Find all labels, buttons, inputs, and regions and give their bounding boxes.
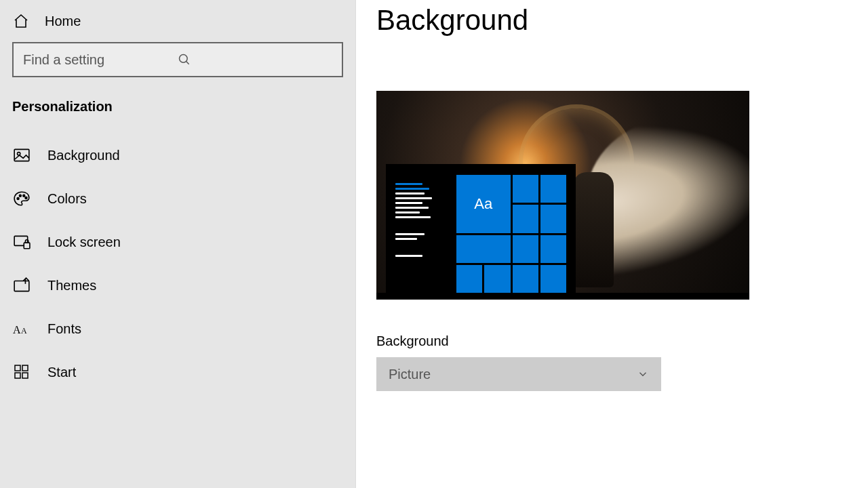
svg-point-6 bbox=[23, 195, 25, 197]
lock-screen-icon bbox=[12, 232, 31, 251]
settings-sidebar: Home Find a setting Personalization Back… bbox=[0, 0, 356, 488]
svg-text:A: A bbox=[13, 324, 21, 336]
main-content: Background Aa bbox=[356, 0, 868, 488]
sidebar-item-label: Start bbox=[47, 365, 76, 380]
sidebar-item-themes[interactable]: Themes bbox=[0, 264, 355, 307]
background-type-dropdown[interactable]: Picture bbox=[376, 357, 661, 391]
sidebar-item-start[interactable]: Start bbox=[0, 350, 355, 394]
svg-text:A: A bbox=[21, 326, 27, 336]
palette-icon bbox=[12, 189, 31, 208]
svg-rect-15 bbox=[15, 373, 20, 378]
themes-icon bbox=[12, 276, 31, 295]
page-title: Background bbox=[376, 4, 848, 37]
home-link[interactable]: Home bbox=[0, 7, 355, 42]
background-field-label: Background bbox=[376, 333, 848, 349]
svg-rect-16 bbox=[22, 373, 28, 378]
svg-point-4 bbox=[17, 198, 19, 200]
svg-point-5 bbox=[19, 195, 21, 197]
preview-decor bbox=[573, 172, 614, 287]
svg-line-1 bbox=[186, 62, 189, 64]
chevron-down-icon bbox=[637, 368, 649, 380]
sidebar-item-colors[interactable]: Colors bbox=[0, 177, 355, 220]
svg-point-7 bbox=[25, 197, 27, 199]
search-icon bbox=[178, 53, 332, 66]
start-icon bbox=[12, 363, 31, 382]
search-placeholder: Find a setting bbox=[23, 52, 178, 68]
sidebar-item-label: Background bbox=[47, 148, 120, 163]
preview-start-menu: Aa bbox=[386, 164, 576, 300]
sidebar-item-label: Lock screen bbox=[47, 235, 121, 250]
sidebar-item-label: Themes bbox=[47, 278, 96, 293]
sidebar-item-label: Colors bbox=[47, 191, 87, 207]
svg-point-0 bbox=[180, 55, 188, 63]
sidebar-item-background[interactable]: Background bbox=[0, 134, 355, 177]
svg-rect-14 bbox=[22, 365, 28, 371]
sidebar-item-lock-screen[interactable]: Lock screen bbox=[0, 220, 355, 264]
search-input[interactable]: Find a setting bbox=[12, 42, 343, 77]
dropdown-value: Picture bbox=[389, 367, 431, 382]
preview-sample-tile: Aa bbox=[456, 175, 511, 233]
fonts-icon: A A bbox=[12, 319, 31, 338]
home-label: Home bbox=[45, 14, 81, 29]
section-heading: Personalization bbox=[0, 92, 355, 134]
preview-taskbar bbox=[376, 293, 749, 300]
background-preview: Aa bbox=[376, 91, 749, 300]
svg-rect-9 bbox=[24, 243, 30, 249]
sidebar-item-label: Fonts bbox=[47, 321, 81, 337]
svg-rect-13 bbox=[15, 365, 20, 371]
picture-icon bbox=[12, 146, 31, 165]
sidebar-item-fonts[interactable]: A A Fonts bbox=[0, 307, 355, 350]
svg-rect-10 bbox=[14, 281, 29, 291]
home-icon bbox=[12, 12, 30, 30]
